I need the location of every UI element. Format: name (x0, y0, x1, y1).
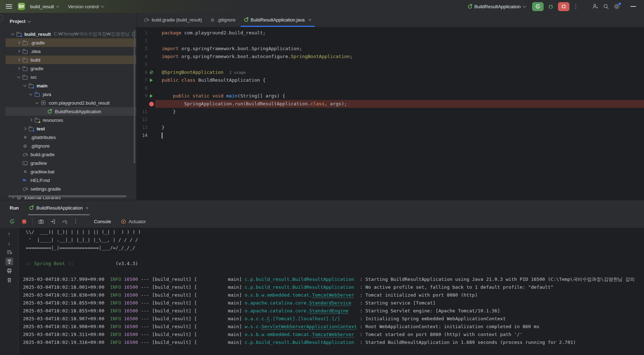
tree-item-gradlew.bat[interactable]: ≡gradlew.bat (5, 167, 136, 176)
tree-vertical-scrollbar[interactable] (134, 30, 135, 163)
breakpoint-icon[interactable] (147, 100, 155, 108)
tab-console[interactable]: Console (94, 219, 111, 224)
spring-bean-gutter-icon[interactable] (147, 68, 155, 76)
chevron-right-icon[interactable] (16, 50, 22, 52)
code-text[interactable]: } (155, 108, 644, 116)
code-text[interactable]: import org.springframework.boot.SpringAp… (155, 45, 644, 53)
logger-link[interactable]: TomcatWebServer (312, 332, 354, 337)
add-user-button[interactable] (592, 3, 599, 10)
performance-gauge-button[interactable] (61, 218, 68, 225)
gutter[interactable] (147, 61, 155, 68)
tree-item-build_result[interactable]: build_resultC:₩Temp₩국비수업과정₩김영한님 강의₩bui (5, 30, 136, 38)
tree-item-gradle[interactable]: gradle (5, 64, 136, 73)
code-text[interactable]: } (155, 124, 644, 131)
chevron-right-icon[interactable] (16, 42, 22, 44)
more-actions-icon[interactable]: ⋮ (573, 3, 579, 10)
thread-dump-button[interactable] (37, 218, 44, 225)
stop-process-button[interactable] (20, 218, 28, 225)
chevron-down-icon[interactable] (16, 76, 22, 78)
tree-item-.idea[interactable]: .idea (5, 47, 136, 56)
gutter[interactable] (147, 29, 155, 37)
logger-link[interactable]: C (267, 316, 270, 321)
tree-item-test[interactable]: test (5, 124, 136, 133)
tree-item-gradlew[interactable]: >_gradlew (5, 159, 136, 167)
project-panel-header[interactable]: Project (5, 13, 136, 30)
next-occurrence-icon[interactable]: ↓ (5, 239, 13, 247)
project-badge[interactable]: BR (18, 3, 25, 10)
tree-item-.gradle[interactable]: .gradle (5, 38, 136, 47)
prev-occurrence-icon[interactable]: ↑ (5, 230, 13, 238)
gutter[interactable] (147, 84, 155, 92)
minimize-button[interactable] (630, 6, 636, 7)
more-actions-icon[interactable]: ⋮ (73, 218, 79, 225)
code-text[interactable] (155, 116, 644, 124)
gutter[interactable] (147, 53, 155, 61)
code-text[interactable]: package com.playground2.build_result; (155, 29, 644, 37)
chevron-down-icon[interactable] (28, 93, 34, 95)
logger-link[interactable]: ServletWebServerApplicationContext (261, 324, 357, 329)
stop-button[interactable] (558, 2, 569, 11)
chevron-right-icon[interactable] (16, 59, 22, 61)
tree-item-.gitignore[interactable]: ⊘.gitignore (5, 141, 136, 150)
chevron-right-icon[interactable] (22, 128, 28, 130)
close-icon[interactable]: × (86, 205, 89, 211)
project-name-menu[interactable]: build_result (28, 3, 61, 11)
logger-link[interactable]: StandardEngine (309, 308, 349, 313)
clear-console-icon[interactable] (5, 276, 13, 284)
logger-link[interactable]: StandardService (309, 300, 351, 306)
tree-item-buildresultapplication[interactable]: BuildResultApplication (5, 107, 136, 116)
run-configuration-selector[interactable]: BuildResultApplication (468, 4, 526, 9)
code-text[interactable]: public static void main(String[] args) { (155, 92, 644, 100)
tree-item-.gitattributes[interactable]: ≡.gitattributes (5, 133, 136, 141)
rerun-application-button[interactable] (9, 218, 16, 225)
rerun-button[interactable] (532, 2, 544, 11)
chevron-down-icon[interactable] (34, 102, 40, 104)
tree-item-help.md[interactable]: M↓HELP.md (5, 176, 136, 184)
search-button[interactable] (602, 3, 610, 10)
logger-link[interactable]: TomcatWebServer (312, 292, 354, 298)
soft-wrap-icon[interactable] (5, 248, 13, 256)
code-text[interactable] (155, 131, 644, 139)
tab-actuator[interactable]: Actuator (121, 219, 146, 224)
chevron-down-icon[interactable] (22, 85, 28, 86)
gutter[interactable] (147, 124, 155, 131)
code-text[interactable]: SpringApplication.run(BuildResultApplica… (155, 100, 644, 108)
console-output[interactable]: \\/ ___)| |_)| | | | | || (_| | ) ) ) ) … (19, 228, 644, 355)
editor-tab-buildresultapplication.java[interactable]: BuildResultApplication.java× (240, 13, 316, 27)
code-editor[interactable]: 1package com.playground2.build_result;23… (137, 28, 644, 200)
editor-tab-build.gradle[interactable]: build.gradle (build_result) (139, 13, 206, 27)
chevron-down-icon[interactable] (10, 33, 15, 35)
gutter[interactable] (147, 108, 155, 116)
tree-item-java[interactable]: java (5, 90, 136, 99)
code-text[interactable] (155, 84, 644, 92)
print-icon[interactable] (5, 267, 13, 275)
run-gutter-icon[interactable] (147, 92, 155, 100)
debug-button[interactable] (547, 3, 554, 10)
gutter[interactable] (147, 116, 155, 124)
scroll-to-end-icon[interactable] (5, 258, 13, 265)
gutter[interactable] (147, 37, 155, 45)
tree-item-build.gradle[interactable]: build.gradle (5, 150, 136, 159)
code-text[interactable]: import org.springframework.boot.autoconf… (155, 53, 644, 61)
chevron-right-icon[interactable] (28, 119, 34, 121)
attach-debugger-button[interactable] (49, 218, 56, 225)
code-text[interactable] (155, 61, 644, 68)
settings-button[interactable] (613, 3, 620, 10)
tree-item-resources[interactable]: resources (5, 116, 136, 124)
tree-item-src[interactable]: src (5, 73, 136, 81)
main-menu-icon[interactable] (6, 4, 12, 9)
tree-item-settings.gradle[interactable]: settings.gradle (5, 184, 136, 193)
project-stripe-button[interactable] (0, 15, 3, 21)
run-gutter-icon[interactable] (147, 76, 155, 84)
close-icon[interactable]: × (308, 17, 311, 23)
run-tab-buildresultapplication[interactable]: BuildResultApplication × (28, 200, 90, 215)
tree-item-com.playground2.build_result[interactable]: com.playground2.build_result (5, 99, 136, 107)
code-text[interactable] (155, 37, 644, 45)
gutter[interactable] (147, 131, 155, 139)
code-text[interactable]: public class BuildResultApplication { (155, 76, 644, 84)
version-control-menu[interactable]: Version control (66, 3, 106, 11)
tree-item-build[interactable]: build (5, 56, 136, 64)
gutter[interactable] (147, 45, 155, 53)
editor-tab-.gitignore[interactable]: ⊘.gitignore (206, 13, 240, 27)
tree-item-main[interactable]: main (5, 81, 136, 90)
